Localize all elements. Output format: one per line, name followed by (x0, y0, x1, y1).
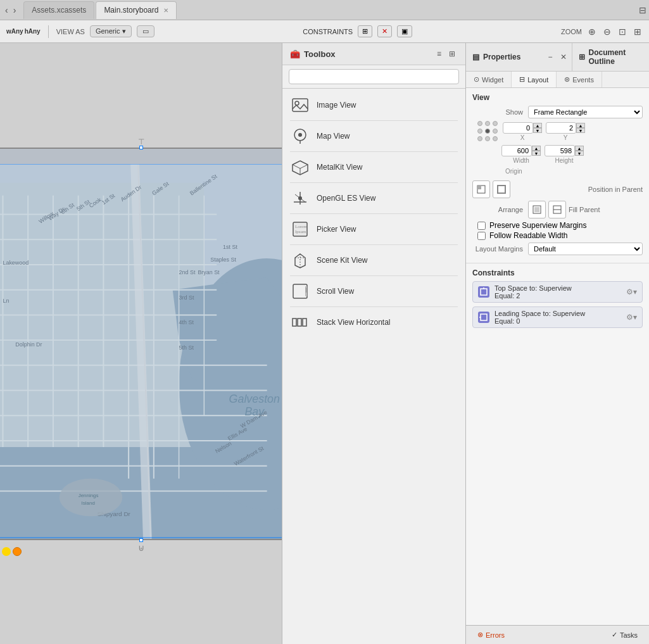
constraint-leading-gear[interactable]: ⚙▾ (626, 313, 637, 322)
zoom-in-button[interactable]: ⊕ (587, 25, 597, 38)
constraints-label: CONSTRAINTS (303, 28, 353, 35)
props-header: ▤ Properties − ✕ ⊞ Document Outline (466, 43, 649, 72)
position-in-parent-row: Position in Parent (472, 180, 643, 198)
svg-text:1st St: 1st St (223, 244, 237, 250)
tab-storyboard[interactable]: Main.storyboard ✕ (96, 1, 177, 19)
toolbox-item-map-view[interactable]: Map View (282, 122, 465, 150)
dot-tr[interactable] (493, 121, 498, 126)
dot-ml[interactable] (477, 129, 482, 134)
props-close-button[interactable]: ✕ (558, 51, 569, 63)
toolbox-item-picker-label: Picker View (317, 225, 356, 234)
tab-close-button[interactable]: ✕ (163, 7, 168, 14)
zoom-fit-button[interactable]: ⊡ (617, 25, 627, 38)
follow-readable-checkbox[interactable] (477, 232, 486, 240)
dot-bc[interactable] (485, 136, 490, 141)
arrange-row: Arrange Fill Parent (472, 201, 643, 218)
show-control[interactable]: Frame Rectangle (528, 106, 643, 118)
follow-readable-row: Follow Readable Width (477, 231, 643, 240)
pos-icon-2[interactable] (493, 180, 510, 198)
add-constraints-button[interactable]: ⊞ (358, 25, 372, 37)
nav-back-button[interactable]: ‹ (3, 4, 11, 16)
layout-margins-select[interactable]: Default (528, 243, 643, 255)
tab-widget[interactable]: ⊙ Widget (466, 72, 512, 87)
x-increment[interactable]: ▲ (533, 123, 542, 128)
arrange-icons[interactable] (528, 201, 566, 218)
position-icons[interactable] (472, 180, 510, 198)
svg-text:Ipsum: Ipsum (295, 229, 306, 234)
remove-constraints-button[interactable]: ✕ (377, 25, 392, 37)
tab-layout[interactable]: ⊟ Layout (512, 72, 557, 87)
toolbox-list-view-button[interactable]: ≡ (434, 48, 444, 60)
toolbox-item-metalkit-view[interactable]: MetalKit View (282, 153, 465, 181)
panel-toggle-button[interactable]: ⊟ (639, 5, 646, 15)
ios-status-bar: Carrier 📶 ■ (0, 149, 282, 164)
size-control[interactable]: wAny hAny (6, 28, 41, 35)
dot-tl[interactable] (477, 121, 482, 126)
nav-forward-button[interactable]: › (11, 4, 19, 16)
svg-rect-95 (293, 319, 296, 326)
dot-mr[interactable] (493, 129, 498, 134)
fill-parent-label: Fill Parent (569, 206, 600, 213)
svg-text:Jennings: Jennings (78, 493, 98, 498)
y-decrement[interactable]: ▼ (576, 128, 585, 133)
dot-bl[interactable] (477, 136, 482, 141)
svg-point-85 (298, 196, 302, 200)
height-increment[interactable]: ▲ (575, 146, 584, 151)
zoom-out-button[interactable]: ⊖ (602, 25, 612, 38)
height-decrement[interactable]: ▼ (575, 151, 584, 156)
toolbox-item-opengl-label: OpenGL ES View (317, 194, 375, 203)
svg-text:Island: Island (81, 500, 94, 506)
width-stepper[interactable]: ▲ ▼ (532, 146, 541, 156)
width-input[interactable]: 600 (501, 145, 532, 156)
svg-text:Ln: Ln (3, 297, 9, 303)
y-input[interactable]: 2 (546, 122, 576, 134)
layout-margins-row: Layout Margins Default (472, 243, 643, 255)
constraint-top-gear[interactable]: ⚙▾ (626, 287, 637, 296)
y-increment[interactable]: ▲ (576, 123, 585, 128)
x-decrement[interactable]: ▼ (533, 128, 542, 133)
device-icon-button[interactable]: ▭ (137, 25, 154, 37)
height-input[interactable]: 598 (545, 145, 575, 156)
toolbox-item-scroll-view[interactable]: Scroll View (282, 277, 465, 305)
svg-text:Bryan St: Bryan St (198, 268, 220, 275)
toolbox-item-scenekit-view[interactable]: Scene Kit View (282, 246, 465, 274)
tab-events[interactable]: ⊛ Events (557, 72, 602, 87)
generic-button[interactable]: Generic ▾ (90, 25, 132, 37)
svg-rect-100 (498, 186, 505, 193)
dot-mc[interactable] (485, 129, 490, 134)
toolbox-item-stackview[interactable]: Stack View Horizontal (282, 308, 465, 336)
svg-rect-97 (303, 319, 306, 326)
toolbox-title: 🧰 Toolbox (290, 49, 336, 59)
x-input[interactable]: 0 (503, 122, 533, 134)
props-minimize-button[interactable]: − (546, 51, 555, 63)
tasks-button[interactable]: ✓ Tasks (607, 629, 643, 640)
canvas-area[interactable]: ⊤ Carrier 📶 ■ (0, 43, 282, 644)
width-size-label: wAny (6, 28, 23, 35)
doc-outline-header[interactable]: ⊞ Document Outline (572, 43, 649, 71)
toolbox-item-image-view[interactable]: Image View (282, 91, 465, 119)
height-stepper[interactable]: ▲ ▼ (575, 146, 584, 156)
dot-br[interactable] (493, 136, 498, 141)
dot-tc[interactable] (485, 121, 490, 126)
layout-margins-control[interactable]: Default (528, 243, 643, 255)
arrange-icon-2[interactable] (548, 201, 566, 218)
preserve-superview-checkbox[interactable] (477, 222, 486, 230)
toolbox-item-opengl-view[interactable]: OpenGL ES View (282, 184, 465, 212)
error-icon: ⊗ (477, 631, 483, 639)
toolbox-item-picker-view[interactable]: Lorem Ipsum Picker View (282, 215, 465, 243)
origin-grid[interactable] (477, 121, 499, 142)
show-select[interactable]: Frame Rectangle (528, 106, 643, 118)
arrange-icon-1[interactable] (528, 201, 546, 218)
width-decrement[interactable]: ▼ (532, 151, 541, 156)
y-stepper[interactable]: ▲ ▼ (576, 123, 585, 133)
pos-icon-1[interactable] (472, 180, 490, 198)
width-increment[interactable]: ▲ (532, 146, 541, 151)
x-stepper[interactable]: ▲ ▼ (533, 123, 542, 133)
tab-storyboard-label: Main.storyboard (104, 6, 158, 15)
errors-button[interactable]: ⊗ Errors (472, 629, 510, 640)
toolbox-grid-view-button[interactable]: ⊞ (446, 48, 458, 60)
zoom-fill-button[interactable]: ⊞ (633, 25, 643, 38)
resolve-constraints-button[interactable]: ▣ (397, 25, 412, 37)
toolbox-search-input[interactable] (289, 69, 459, 84)
tab-assets[interactable]: Assets.xcassets (23, 1, 94, 19)
